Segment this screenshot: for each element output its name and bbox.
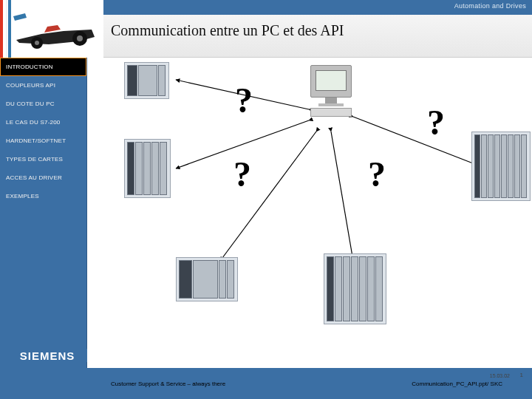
logo-area	[0, 0, 103, 58]
footer-left: Customer Support & Service – always ther…	[111, 381, 225, 387]
footer-date: 15.03.02	[490, 373, 510, 378]
racecar-icon	[12, 9, 100, 53]
sidebar-item-introduction[interactable]: INTRODUCTION	[0, 58, 86, 76]
footer-band: Customer Support & Service – always ther…	[0, 368, 532, 399]
category-label: Automation and Drives	[454, 2, 526, 10]
question-3: ?	[233, 154, 251, 194]
sidebar-item-acces-au-driver[interactable]: ACCES AU DRIVER	[0, 168, 86, 187]
sidebar-item-hardnet-softnet[interactable]: HARDNET/SOFTNET	[0, 132, 86, 150]
sidebar-item-exemples[interactable]: EXEMPLES	[0, 187, 86, 205]
sidebar-item-du-cote-du-pc[interactable]: DU COTE DU PC	[0, 95, 86, 113]
question-1: ?	[235, 80, 253, 120]
plc-modular-icon	[324, 253, 386, 324]
plc-compact-200-icon	[176, 257, 238, 301]
svg-point-4	[77, 35, 83, 41]
flag-stripe-blue	[8, 0, 11, 58]
diagram-canvas: ? ? ? ?	[87, 58, 532, 368]
svg-point-2	[35, 41, 39, 45]
flag-stripe-white	[4, 0, 7, 58]
plc-modular-small-icon	[124, 139, 171, 198]
page-title: Communication entre un PC et des API	[111, 22, 344, 39]
connection-arrows	[87, 58, 532, 368]
sidebar-item-coupleurs-api[interactable]: COUPLEURS API	[0, 76, 86, 95]
slide: Automation and Drives Communication entr…	[0, 0, 532, 399]
pc-icon	[310, 65, 352, 117]
sidebar: INTRODUCTION COUPLEURS API DU COTE DU PC…	[0, 58, 87, 368]
question-4: ?	[368, 154, 386, 194]
svg-line-7	[220, 132, 316, 261]
siemens-logo: SIEMENS	[7, 349, 87, 362]
footer-right: Communication_PC_API.ppt/ SKC	[412, 381, 502, 387]
flag-stripe-red	[0, 0, 3, 58]
sidebar-item-le-cas-du-s7-200[interactable]: LE CAS DU S7-200	[0, 113, 86, 132]
svg-line-8	[331, 132, 353, 261]
plc-rack-large-icon	[471, 132, 531, 201]
plc-compact-icon	[124, 62, 169, 99]
footer-page: 1	[520, 372, 523, 378]
sidebar-item-types-de-cartes[interactable]: TYPES DE CARTES	[0, 150, 86, 168]
question-2: ?	[427, 102, 445, 143]
